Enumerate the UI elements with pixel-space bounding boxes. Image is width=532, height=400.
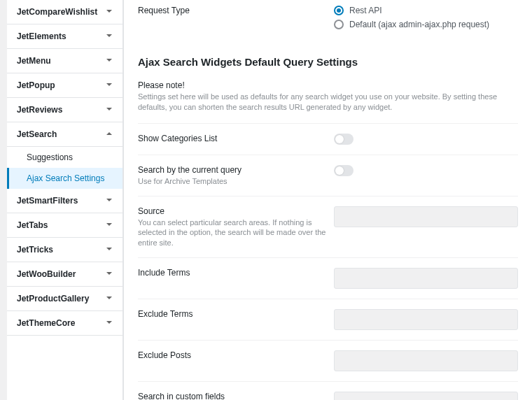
source-desc: You can select particular search areas. … [138, 217, 334, 248]
sidebar-item-label: JetMenu [17, 56, 51, 66]
chevron-up-icon [106, 129, 113, 139]
chevron-down-icon [106, 80, 113, 90]
source-row: Source You can select particular search … [138, 197, 518, 258]
chevron-down-icon [106, 196, 113, 206]
radio-icon [334, 6, 344, 15]
note-title: Please note! [138, 80, 518, 90]
custom-fields-row: Search in custom fields Set comma separa… [138, 382, 518, 400]
exclude-posts-row: Exclude Posts [138, 341, 518, 382]
sidebar: JetCompareWishlist JetElements JetMenu J… [7, 0, 123, 400]
chevron-down-icon [106, 105, 113, 115]
show-categories-row: Show Categories List [138, 124, 518, 155]
radio-label: Default (ajax admin-ajax.php request) [349, 20, 489, 29]
chevron-down-icon [106, 56, 113, 66]
sidebar-item-jetsmartfilters[interactable]: JetSmartFilters [7, 189, 122, 213]
sidebar-item-jettabs[interactable]: JetTabs [7, 213, 122, 238]
radio-label: Rest API [349, 6, 382, 15]
request-type-label: Request Type [138, 6, 334, 15]
current-query-desc: Use for Archive Templates [138, 176, 334, 186]
sidebar-item-label: JetProductGallery [17, 294, 89, 303]
sidebar-item-label: JetCompareWishlist [17, 7, 97, 17]
exclude-posts-label: Exclude Posts [138, 350, 334, 360]
show-categories-toggle[interactable] [334, 134, 354, 145]
current-query-label: Search by the current query [138, 165, 334, 175]
sidebar-item-jetwoobuilder[interactable]: JetWooBuilder [7, 262, 122, 287]
sidebar-item-jetelements[interactable]: JetElements [7, 24, 122, 49]
sidebar-sub-label: Ajax Search Settings [27, 173, 104, 183]
radio-rest-api[interactable]: Rest API [334, 6, 518, 15]
include-terms-input[interactable] [334, 268, 518, 289]
sidebar-item-jetthemecore[interactable]: JetThemeCore [7, 311, 122, 336]
custom-fields-input[interactable] [334, 392, 518, 400]
show-categories-label: Show Categories List [138, 134, 334, 143]
chevron-down-icon [106, 7, 113, 17]
include-terms-label: Include Terms [138, 268, 334, 278]
exclude-terms-input[interactable] [334, 309, 518, 330]
sidebar-item-jetproductgallery[interactable]: JetProductGallery [7, 287, 122, 311]
chevron-down-icon [106, 269, 113, 279]
custom-fields-label: Search in custom fields [138, 392, 334, 400]
sidebar-item-jetcomparewishlist[interactable]: JetCompareWishlist [7, 0, 122, 24]
sidebar-item-label: JetReviews [17, 105, 62, 115]
chevron-down-icon [106, 318, 113, 328]
radio-icon [334, 20, 344, 29]
sidebar-item-jetpopup[interactable]: JetPopup [7, 73, 122, 98]
exclude-terms-row: Exclude Terms [138, 299, 518, 341]
sidebar-item-label: JetSearch [17, 129, 57, 139]
sidebar-item-label: JetPopup [17, 80, 55, 90]
sidebar-item-label: JetElements [17, 31, 66, 41]
sidebar-item-jetreviews[interactable]: JetReviews [7, 98, 122, 122]
sidebar-item-label: JetTricks [17, 245, 53, 255]
exclude-terms-label: Exclude Terms [138, 309, 334, 319]
note-box: Please note! Settings set here will be u… [138, 75, 518, 124]
sidebar-sub-ajax-search-settings[interactable]: Ajax Search Settings [7, 168, 122, 189]
sidebar-item-jetsearch[interactable]: JetSearch [7, 122, 122, 147]
request-type-row: Request Type Rest API Default (ajax admi… [138, 0, 518, 43]
section-title: Ajax Search Widgets Default Query Settin… [138, 56, 518, 68]
main-content: Request Type Rest API Default (ajax admi… [123, 0, 532, 400]
source-label: Source [138, 206, 334, 216]
sidebar-item-label: JetSmartFilters [17, 196, 78, 206]
sidebar-sub-suggestions[interactable]: Suggestions [7, 147, 122, 168]
chevron-down-icon [106, 245, 113, 255]
current-query-row: Search by the current query Use for Arch… [138, 155, 518, 197]
chevron-down-icon [106, 220, 113, 230]
exclude-posts-input[interactable] [334, 350, 518, 371]
chevron-down-icon [106, 294, 113, 303]
sidebar-item-label: JetThemeCore [17, 318, 75, 328]
radio-default[interactable]: Default (ajax admin-ajax.php request) [334, 20, 518, 29]
sidebar-item-jettricks[interactable]: JetTricks [7, 238, 122, 262]
note-desc: Settings set here will be used as defaul… [138, 92, 518, 113]
current-query-toggle[interactable] [334, 165, 354, 176]
sidebar-item-label: JetTabs [17, 220, 48, 230]
include-terms-row: Include Terms [138, 258, 518, 299]
sidebar-item-label: JetWooBuilder [17, 269, 76, 279]
source-input[interactable] [334, 206, 518, 227]
sidebar-sub-label: Suggestions [27, 152, 73, 162]
chevron-down-icon [106, 31, 113, 41]
sidebar-item-jetmenu[interactable]: JetMenu [7, 49, 122, 73]
